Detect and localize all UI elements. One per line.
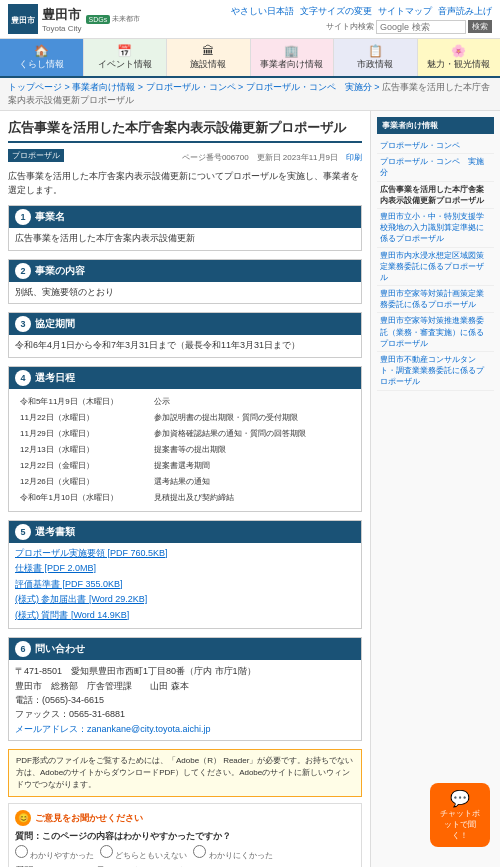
section-5-num: 5 — [15, 524, 31, 540]
nav-item-facilities[interactable]: 🏛 施設情報 — [167, 39, 251, 76]
page-number: ページ番号006700 — [182, 152, 249, 163]
section-6-header: 6 問い合わせ — [9, 638, 361, 660]
file-list: プロポーザル実施要領 [PDF 760.5KB] 仕様書 [PDF 2.0MB]… — [15, 547, 355, 623]
search-button[interactable]: 検索 — [468, 20, 492, 33]
search-input[interactable] — [376, 20, 466, 34]
breadcrumb-proposal-done[interactable]: プロポーザル・コンペ 実施分 — [246, 82, 372, 92]
feedback-icon: 😊 — [15, 810, 31, 826]
nav-item-business[interactable]: 🏢 事業者向け情報 — [251, 39, 335, 76]
breadcrumb-proposal[interactable]: プロポーザル・コンペ — [146, 82, 236, 92]
voice-link[interactable]: 音声読み上げ — [438, 5, 492, 18]
sdgs-sub: 未来都市 — [112, 14, 140, 24]
date-row-2: 11月29日（水曜日）参加資格確認結果の通知・質問の回答期限 — [17, 427, 353, 441]
facilities-icon: 🏛 — [169, 44, 248, 58]
file-item-3: (様式) 参加届出書 [Word 29.2KB] — [15, 593, 355, 607]
desc-3: 提案書等の提出期限 — [151, 443, 353, 457]
sidebar-item-4[interactable]: 豊田市内水浸水想定区域図策定業務委託に係るプロポーザル — [377, 248, 494, 287]
section-5-header: 5 選考書類 — [9, 521, 361, 543]
nav-item-events[interactable]: 📅 イベント情報 — [84, 39, 168, 76]
sidebar-item-3[interactable]: 豊田市立小・中・特別支援学校飛地の入力識別算定準拠に係るプロポーザル — [377, 209, 494, 248]
feedback-q1-opt3[interactable] — [193, 845, 206, 858]
feedback-header: 😊 ご意見をお聞かせください — [15, 810, 355, 826]
feedback-q1: 質問：このページの内容はわかりやすかったですか？ — [15, 830, 355, 843]
section-1-num: 1 — [15, 209, 31, 225]
section-1-content: 広告事業を活用した本庁舎案内表示設備更新 — [9, 228, 361, 250]
file-link-0[interactable]: プロポーザル実施要領 [PDF 760.5KB] — [15, 548, 168, 558]
search-label: サイト内検索 — [326, 21, 374, 32]
tourism-icon: 🌸 — [420, 44, 499, 58]
contact-fax: ファックス：0565-31-6881 — [15, 707, 355, 721]
date-6: 令和6年1月10日（水曜日） — [17, 491, 149, 505]
section-1-header: 1 事業名 — [9, 206, 361, 228]
file-link-3[interactable]: (様式) 参加届出書 [Word 29.2KB] — [15, 594, 147, 604]
section-2-content: 別紙、実施要領のとおり — [9, 282, 361, 304]
date-row-0: 令和5年11月9日（木曜日）公示 — [17, 395, 353, 409]
utility-links: やさしい日本語 文字サイズの変更 サイトマップ 音声読み上げ — [231, 5, 492, 18]
sidebar-item-1[interactable]: プロポーザル・コンペ 実施分 — [377, 154, 494, 181]
contact-tel: 電話：(0565)-34-6615 — [15, 693, 355, 707]
date-5: 12月26日（火曜日） — [17, 475, 149, 489]
sidebar-item-0[interactable]: プロポーザル・コンペ — [377, 138, 494, 154]
section-4-title: 選考日程 — [35, 371, 75, 385]
sidebar: 事業者向け情報 プロポーザル・コンペ プロポーザル・コンペ 実施分 広告事業を活… — [370, 111, 500, 867]
city-name-en: Toyota City — [42, 24, 82, 33]
city-name: 豊田市 — [42, 6, 82, 24]
date-1: 11月22日（水曜日） — [17, 411, 149, 425]
logo-text-area: 豊田市 Toyota City — [42, 6, 82, 33]
contact-dept: 豊田市 総務部 庁舎管理課 山田 森本 — [15, 679, 355, 693]
breadcrumb-top[interactable]: トップページ — [8, 82, 62, 92]
chatbot-button[interactable]: 💬 チャットボットで聞く！ — [430, 783, 490, 847]
search-area: サイト内検索 検索 — [326, 20, 492, 34]
file-item-4: (様式) 質問書 [Word 14.9KB] — [15, 609, 355, 623]
section-2: 2 事業の内容 別紙、実施要領のとおり — [8, 259, 362, 305]
file-item-0: プロポーザル実施要領 [PDF 760.5KB] — [15, 547, 355, 561]
section-4-num: 4 — [15, 370, 31, 386]
section-5: 5 選考書類 プロポーザル実施要領 [PDF 760.5KB] 仕様書 [PDF… — [8, 520, 362, 630]
sidebar-item-7[interactable]: 豊田市不動産コンサルタント・調査業業務委託に係るプロポーザル — [377, 352, 494, 391]
city-icon: 📋 — [336, 44, 415, 58]
feedback-q1-opt2[interactable] — [100, 845, 113, 858]
svg-text:豊田市: 豊田市 — [11, 15, 35, 25]
print-link[interactable]: 印刷 — [346, 152, 362, 163]
notice-box: PDF形式のファイルをご覧するためには、「Adobe（R） Reader」が必要… — [8, 749, 362, 797]
contact-email: メールアドレス：zanankane@city.toyota.aichi.jp — [15, 722, 355, 736]
section-3: 3 協定期間 令和6年4月1日から令和7年3月31日まで（最長令和11年3月31… — [8, 312, 362, 358]
desc-6: 見積提出及び契約締結 — [151, 491, 353, 505]
date-table: 令和5年11月9日（木曜日）公示 11月22日（水曜日）参加説明書の提出期限・質… — [15, 393, 355, 507]
feedback-q1-opt1[interactable] — [15, 845, 28, 858]
content-wrapper: 広告事業を活用した本庁舎案内表示設備更新プロポーザル プロポーザル ページ番号0… — [0, 111, 500, 867]
file-item-2: 評価基準書 [PDF 355.0KB] — [15, 578, 355, 592]
sidebar-item-2-active[interactable]: 広告事業を活用した本庁舎案内表示設備更新プロポーザル — [377, 182, 494, 209]
sidebar-item-5[interactable]: 豊田市空家等対策計画策定業務委託に係るプロポーザル — [377, 286, 494, 313]
nav-item-tourism[interactable]: 🌸 魅力・観光情報 — [418, 39, 501, 76]
section-5-title: 選考書類 — [35, 525, 75, 539]
section-4-header: 4 選考日程 — [9, 367, 361, 389]
desc-5: 選考結果の通知 — [151, 475, 353, 489]
file-link-2[interactable]: 評価基準書 [PDF 355.0KB] — [15, 579, 123, 589]
life-icon: 🏠 — [2, 44, 81, 58]
nav-item-city[interactable]: 📋 市政情報 — [334, 39, 418, 76]
file-link-4[interactable]: (様式) 質問書 [Word 14.9KB] — [15, 610, 129, 620]
sitemap-link[interactable]: サイトマップ — [378, 5, 432, 18]
feedback-q1-opt3-label: わかりにくかった — [193, 845, 272, 861]
section-4-content: 令和5年11月9日（木曜日）公示 11月22日（水曜日）参加説明書の提出期限・質… — [9, 389, 361, 511]
sidebar-item-6[interactable]: 豊田市空家等対策推進業務委託（業務・審査実施）に係るプロポーザル — [377, 313, 494, 352]
section-3-num: 3 — [15, 316, 31, 332]
header-right: やさしい日本語 文字サイズの変更 サイトマップ 音声読み上げ サイト内検索 検索 — [231, 5, 492, 34]
business-icon: 🏢 — [253, 44, 332, 58]
date-row-5: 12月26日（火曜日）選考結果の通知 — [17, 475, 353, 489]
text-size-link[interactable]: 文字サイズの変更 — [300, 5, 372, 18]
nav-item-life[interactable]: 🏠 くらし情報 — [0, 39, 84, 76]
date-4: 12月22日（金曜日） — [17, 459, 149, 473]
section-5-content: プロポーザル実施要領 [PDF 760.5KB] 仕様書 [PDF 2.0MB]… — [9, 543, 361, 629]
easy-japanese-link[interactable]: やさしい日本語 — [231, 5, 294, 18]
section-3-content: 令和6年4月1日から令和7年3月31日まで（最長令和11年3月31日まで） — [9, 335, 361, 357]
breadcrumb-business[interactable]: 事業者向け情報 — [72, 82, 135, 92]
contact-email-link[interactable]: メールアドレス：zanankane@city.toyota.aichi.jp — [15, 724, 211, 734]
contact-postal: 〒471-8501 愛知県豊田市西町1丁目80番（庁内 市庁1階） — [15, 664, 355, 678]
date-3: 12月13日（水曜日） — [17, 443, 149, 457]
intro-text: 広告事業を活用した本庁舎案内表示設備更新についてプロポーザルを実施し、事業者を選… — [8, 170, 362, 197]
file-link-1[interactable]: 仕様書 [PDF 2.0MB] — [15, 563, 96, 573]
feedback-box: 😊 ご意見をお聞かせください 質問：このページの内容はわかりやすかったですか？ … — [8, 803, 362, 867]
date-row-1: 11月22日（水曜日）参加説明書の提出期限・質問の受付期限 — [17, 411, 353, 425]
